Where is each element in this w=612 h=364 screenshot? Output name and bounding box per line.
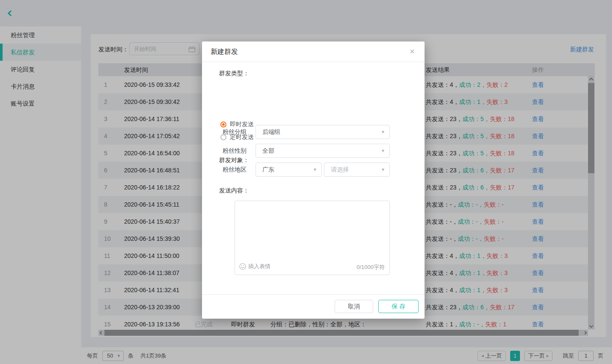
fans-region-city-select[interactable]: 请选择 ▼ [324,163,390,177]
fans-region-label: 粉丝地区 [223,163,253,177]
fans-region-city-placeholder: 请选择 [331,163,349,176]
cancel-button[interactable]: 取消 [335,300,373,313]
save-button[interactable]: 保 存 [378,300,419,313]
fans-gender-value: 全部 [262,144,274,157]
dialog-header: 新建群发 × [202,41,425,62]
fans-gender-select[interactable]: 全部 ▼ [255,144,390,158]
fans-group-value: 后端组 [262,125,280,139]
chevron-down-icon: ▼ [381,125,385,139]
insert-emoji-button[interactable]: 插入表情 [239,263,270,270]
chevron-down-icon: ▼ [381,144,385,157]
textarea-footer: 插入表情 0/1000字符 [235,263,389,271]
fans-group-select[interactable]: 后端组 ▼ [255,125,390,139]
content-section-label: 发送内容： [219,187,249,195]
create-mass-message-dialog: 新建群发 × 群发类型： 即时发送 定时发送 群发对象： 粉丝分组 后端组 ▼ … [202,41,425,319]
smiley-icon [239,263,246,270]
chevron-down-icon: ▼ [313,163,317,176]
fans-region-province-select[interactable]: 广东 ▼ [255,163,322,177]
footer-divider [202,294,425,295]
message-content-box: 插入表情 0/1000字符 [235,201,390,275]
insert-emoji-label: 插入表情 [248,263,270,270]
fans-region-province-value: 广东 [262,163,274,176]
close-icon[interactable]: × [407,46,418,57]
dialog-title: 新建群发 [211,41,238,62]
type-section-label: 群发类型： [219,70,249,77]
chevron-down-icon: ▼ [381,163,385,176]
app-screen: 粉丝管理 私信群发 评论回复 卡片消息 账号设置 发送时间： 新建群发 发送时间… [0,0,612,364]
fans-gender-label: 粉丝性别 [223,144,253,158]
fans-group-label: 粉丝分组 [223,125,253,139]
message-content-input[interactable] [236,202,389,260]
char-counter: 0/1000字符 [357,263,385,271]
